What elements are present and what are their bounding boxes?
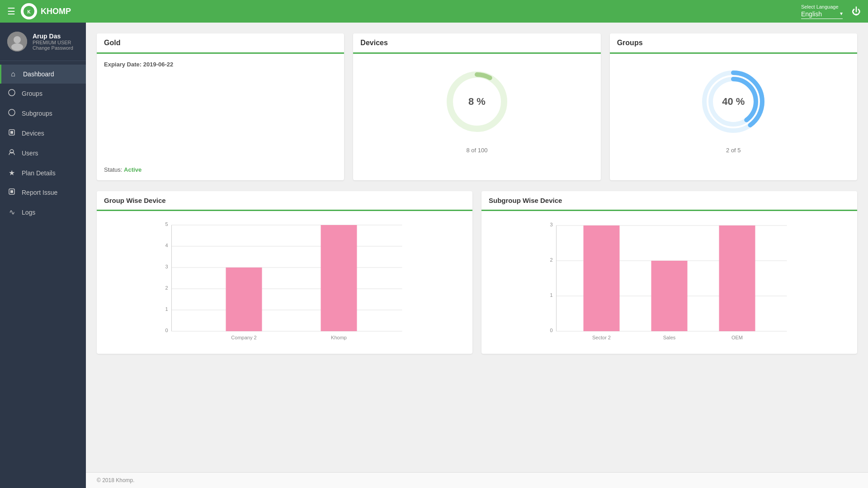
content-wrapper: Gold Expiary Date: 2019-06-22 Status: Ac… (86, 23, 868, 488)
devices-card-title: Devices (353, 33, 600, 54)
svg-text:5: 5 (165, 221, 168, 227)
sidebar-profile: Arup Das PREMIUM USER Change Password (0, 23, 86, 61)
footer: © 2018 Khomp. (86, 472, 868, 488)
bar-oem (719, 225, 755, 331)
plan-details-icon: ★ (7, 169, 16, 177)
svg-point-6 (9, 109, 15, 116)
profile-name: Arup Das (33, 33, 73, 40)
svg-text:0: 0 (550, 328, 552, 333)
subgroup-wise-chart-title: Subgroup Wise Device (481, 191, 857, 211)
language-select[interactable]: English Portuguese Spanish (801, 9, 843, 19)
devices-card: Devices 8 % 8 of 100 (353, 33, 600, 180)
svg-text:2: 2 (165, 285, 168, 291)
svg-text:2: 2 (550, 257, 552, 263)
groups-donut-wrapper: 40 % (697, 66, 769, 138)
groups-icon (7, 89, 16, 98)
subgroup-wise-chart-body: 0 1 2 3 (481, 211, 857, 354)
footer-text: © 2018 Khomp. (97, 477, 135, 483)
groups-donut-container: 40 % 2 of 5 (610, 54, 857, 161)
svg-text:4: 4 (165, 243, 168, 248)
logo-svg: K (23, 5, 35, 18)
sidebar-item-plan-details[interactable]: ★ Plan Details (0, 163, 86, 183)
svg-text:1: 1 (165, 306, 168, 312)
logo-circle: K (21, 3, 37, 19)
users-icon (7, 149, 16, 158)
gold-card-body: Expiary Date: 2019-06-22 Status: Active (97, 54, 344, 180)
sidebar-item-dashboard[interactable]: ⌂ Dashboard (0, 65, 86, 84)
svg-text:Sales: Sales (663, 335, 676, 340)
subgroups-icon (7, 109, 16, 118)
group-wise-chart-body: 0 1 2 3 4 5 (97, 211, 472, 354)
expiry-date: Expiary Date: 2019-06-22 (104, 61, 337, 68)
svg-text:3: 3 (550, 222, 552, 227)
svg-rect-8 (10, 131, 13, 134)
subgroup-wise-svg: 0 1 2 3 (489, 218, 850, 345)
sidebar-item-label: Logs (22, 209, 35, 216)
svg-text:Company 2: Company 2 (231, 335, 256, 340)
devices-icon (7, 129, 16, 138)
sidebar-item-label: Groups (22, 90, 42, 97)
language-wrapper: English Portuguese Spanish (801, 9, 843, 19)
group-wise-chart-title: Group Wise Device (97, 191, 472, 211)
sidebar-nav: ⌂ Dashboard Groups Subgroups Devices (0, 61, 86, 488)
profile-role: PREMIUM USER (33, 40, 73, 45)
svg-text:Sector 2: Sector 2 (592, 335, 611, 340)
svg-point-5 (9, 89, 15, 96)
logs-icon: ∿ (7, 208, 16, 216)
topbar-right: Select Language English Portuguese Spani… (801, 4, 861, 19)
language-label: Select Language (801, 4, 843, 9)
change-password-link[interactable]: Change Password (33, 45, 73, 51)
gold-card-title: Gold (97, 33, 344, 54)
avatar-svg (7, 32, 27, 52)
sidebar-item-label: Devices (22, 130, 44, 137)
content: Gold Expiary Date: 2019-06-22 Status: Ac… (86, 23, 868, 472)
svg-text:K: K (27, 9, 31, 14)
devices-sub: 8 of 100 (466, 147, 487, 154)
sidebar-item-label: Plan Details (22, 169, 56, 177)
logo: K KHOMP (21, 3, 71, 19)
sidebar-item-label: Report Issue (22, 189, 57, 196)
expiry-label: Expiary Date: (104, 61, 142, 68)
expiry-value: 2019-06-22 (143, 61, 174, 68)
svg-text:Khomp: Khomp (331, 335, 347, 340)
sidebar-item-subgroups[interactable]: Subgroups (0, 103, 86, 123)
sidebar: Arup Das PREMIUM USER Change Password ⌂ … (0, 23, 86, 488)
devices-donut-container: 8 % 8 of 100 (353, 54, 600, 161)
avatar (7, 32, 27, 52)
svg-text:1: 1 (550, 292, 552, 298)
profile-info: Arup Das PREMIUM USER Change Password (33, 33, 73, 51)
group-wise-chart: Group Wise Device 0 1 2 3 4 5 (97, 191, 472, 354)
sidebar-item-groups[interactable]: Groups (0, 84, 86, 103)
sidebar-item-label: Users (22, 150, 38, 157)
sidebar-item-devices[interactable]: Devices (0, 123, 86, 143)
cards-row: Gold Expiary Date: 2019-06-22 Status: Ac… (97, 33, 857, 180)
groups-sub: 2 of 5 (726, 147, 741, 154)
groups-card-title: Groups (610, 33, 857, 54)
bar-sales (651, 261, 688, 331)
gold-card: Gold Expiary Date: 2019-06-22 Status: Ac… (97, 33, 344, 180)
sidebar-item-report-issue[interactable]: Report Issue (0, 183, 86, 202)
sidebar-item-label: Dashboard (23, 70, 54, 78)
sidebar-item-label: Subgroups (22, 110, 52, 117)
charts-row: Group Wise Device 0 1 2 3 4 5 (97, 191, 857, 354)
groups-percent: 40 % (722, 96, 745, 108)
bar-company2 (226, 267, 262, 331)
groups-card: Groups (610, 33, 857, 180)
power-icon[interactable]: ⏻ (852, 6, 861, 17)
devices-donut-wrapper: 8 % (441, 66, 513, 138)
language-selector[interactable]: Select Language English Portuguese Spani… (801, 4, 843, 19)
subgroup-wise-chart: Subgroup Wise Device 0 1 2 3 (481, 191, 857, 354)
main-layout: Arup Das PREMIUM USER Change Password ⌂ … (0, 23, 868, 488)
logo-text: KHOMP (41, 7, 71, 16)
dashboard-icon: ⌂ (9, 70, 18, 78)
sidebar-item-logs[interactable]: ∿ Logs (0, 202, 86, 222)
group-wise-svg: 0 1 2 3 4 5 (104, 218, 465, 345)
svg-text:0: 0 (165, 328, 168, 333)
devices-percent: 8 % (468, 96, 486, 108)
bar-sector2 (584, 225, 620, 331)
menu-icon[interactable]: ☰ (7, 6, 15, 17)
bar-khomp (321, 225, 357, 331)
sidebar-item-users[interactable]: Users (0, 143, 86, 163)
svg-text:OEM: OEM (731, 335, 743, 340)
svg-point-3 (14, 36, 21, 43)
